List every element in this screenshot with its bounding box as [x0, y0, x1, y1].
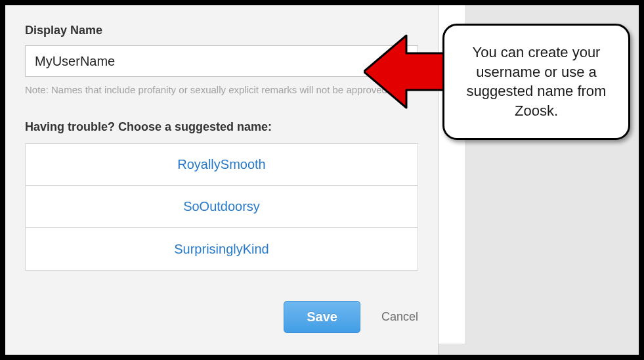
form-actions: Save Cancel — [25, 301, 418, 333]
cancel-button[interactable]: Cancel — [381, 310, 418, 324]
display-name-label: Display Name — [25, 24, 418, 37]
background-strip — [439, 5, 465, 344]
suggested-names-list: RoyallySmooth SoOutdoorsy SurprisinglyKi… — [25, 143, 418, 271]
suggested-names-label: Having trouble? Choose a suggested name: — [25, 120, 418, 134]
suggested-name-item[interactable]: SurprisinglyKind — [26, 228, 418, 270]
display-name-input[interactable] — [25, 45, 418, 77]
suggested-name-item[interactable]: RoyallySmooth — [26, 144, 418, 186]
callout-text: You can create your username or use a su… — [442, 24, 630, 140]
save-button[interactable]: Save — [284, 301, 360, 333]
profanity-note: Note: Names that include profanity or se… — [25, 83, 418, 97]
display-name-panel: Display Name Note: Names that include pr… — [5, 5, 439, 355]
suggested-name-item[interactable]: SoOutdoorsy — [26, 186, 418, 228]
